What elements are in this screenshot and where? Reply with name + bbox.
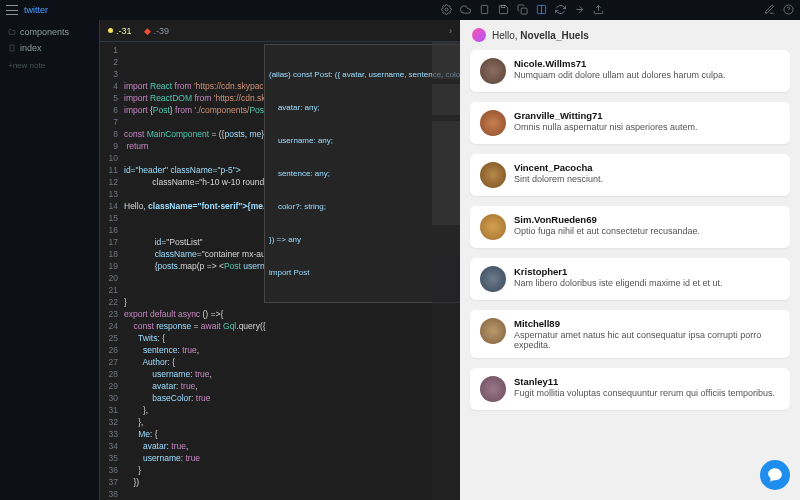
js-dot-icon: [108, 28, 113, 33]
minimap[interactable]: [432, 42, 460, 500]
topright-controls: [764, 4, 794, 17]
post-card: Stanley11Fugit mollitia voluptas consequ…: [470, 368, 790, 410]
tabs-overflow-icon[interactable]: ›: [449, 26, 452, 36]
post-card: Vincent_PacochaSint dolorem nesciunt.: [470, 154, 790, 196]
file-icon: [8, 44, 16, 52]
post-text: Aspernatur amet natus hic aut consequatu…: [514, 330, 780, 350]
avatar: [480, 162, 506, 188]
svg-rect-10: [10, 45, 14, 51]
line-gutter: 1234567891011121314151617181920212223242…: [100, 42, 124, 500]
avatar: [480, 214, 506, 240]
post-author: Stanley11: [514, 376, 775, 387]
avatar: [480, 58, 506, 84]
edit-icon[interactable]: [764, 4, 775, 17]
sidebar-item-components[interactable]: components: [0, 24, 99, 40]
cloud-icon[interactable]: [460, 4, 471, 17]
post-card: Kristopher1Nam libero doloribus iste eli…: [470, 258, 790, 300]
post-author: Kristopher1: [514, 266, 723, 277]
post-author: Vincent_Pacocha: [514, 162, 603, 173]
post-card: Sim.VonRueden69Optio fuga nihil et aut c…: [470, 206, 790, 248]
chat-icon: [767, 467, 783, 483]
avatar: [480, 318, 506, 344]
topbar: twitter: [0, 0, 800, 20]
sidebar-item-label: components: [20, 27, 69, 37]
avatar: [480, 110, 506, 136]
intellisense-popup: (alias) const Post: ({ avatar, username,…: [264, 44, 460, 303]
avatar: [472, 28, 486, 42]
current-user: Novella_Huels: [520, 30, 588, 41]
help-icon[interactable]: [783, 4, 794, 17]
post-card: Granville_Witting71Omnis nulla aspernatu…: [470, 102, 790, 144]
post-author: Granville_Witting71: [514, 110, 698, 121]
intercom-button[interactable]: [760, 460, 790, 490]
layout-icon[interactable]: [536, 4, 547, 17]
post-text: Sint dolorem nesciunt.: [514, 174, 603, 184]
tab-file-2[interactable]: ◆.-39: [144, 26, 170, 36]
editor-pane: .-31 ◆.-39 › 123456789101112131415161718…: [100, 20, 460, 500]
avatar: [480, 266, 506, 292]
post-text: Numquam odit dolore ullam aut dolores ha…: [514, 70, 726, 80]
save-icon[interactable]: [498, 4, 509, 17]
svg-rect-1: [481, 5, 487, 13]
file-icon[interactable]: [479, 4, 490, 17]
post-card: Mitchell89Aspernatur amet natus hic aut …: [470, 310, 790, 358]
project-name[interactable]: twitter: [24, 5, 48, 15]
post-text: Fugit mollitia voluptas consequuntur rer…: [514, 388, 775, 398]
arrow-right-icon[interactable]: [574, 4, 585, 17]
post-author: Mitchell89: [514, 318, 780, 329]
preview-header: Hello, Novella_Huels: [460, 20, 800, 50]
upload-icon[interactable]: [593, 4, 604, 17]
post-author: Nicole.Willms71: [514, 58, 726, 69]
post-author: Sim.VonRueden69: [514, 214, 700, 225]
sidebar-item-index[interactable]: index: [0, 40, 99, 56]
preview-pane: Hello, Novella_Huels Nicole.Willms71Numq…: [460, 20, 800, 500]
copy-icon[interactable]: [517, 4, 528, 17]
sidebar-item-label: index: [20, 43, 42, 53]
md-dot-icon: ◆: [144, 26, 151, 36]
svg-rect-3: [521, 8, 527, 14]
post-text: Optio fuga nihil et aut consectetur recu…: [514, 226, 700, 236]
svg-rect-2: [501, 5, 505, 7]
post-text: Omnis nulla aspernatur nisi asperiores a…: [514, 122, 698, 132]
tab-file-1[interactable]: .-31: [108, 26, 132, 36]
avatar: [480, 376, 506, 402]
folder-icon: [8, 28, 16, 36]
refresh-icon[interactable]: [555, 4, 566, 17]
file-sidebar: components index +new note: [0, 20, 100, 500]
new-note-button[interactable]: +new note: [0, 58, 99, 73]
svg-point-0: [445, 8, 448, 11]
post-text: Nam libero doloribus iste eligendi maxim…: [514, 278, 723, 288]
svg-point-8: [784, 5, 793, 14]
toolbar: [441, 4, 604, 17]
gear-icon[interactable]: [441, 4, 452, 17]
code-editor[interactable]: 1234567891011121314151617181920212223242…: [100, 42, 460, 500]
post-list[interactable]: Nicole.Willms71Numquam odit dolore ullam…: [460, 50, 800, 500]
menu-icon[interactable]: [6, 5, 18, 15]
code-lines: import React from 'https://cdn.skypack.d…: [124, 42, 460, 500]
main-area: components index +new note .-31 ◆.-39 › …: [0, 20, 800, 500]
editor-tabs: .-31 ◆.-39 ›: [100, 20, 460, 42]
post-card: Nicole.Willms71Numquam odit dolore ullam…: [470, 50, 790, 92]
